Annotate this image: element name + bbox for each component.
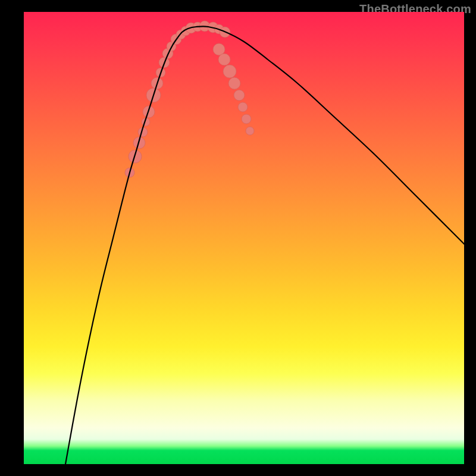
bead-dot — [246, 127, 254, 135]
bead-dot — [242, 114, 251, 124]
bead-dot — [234, 90, 245, 101]
bead-dot — [228, 77, 240, 89]
bottleneck-curve — [65, 26, 464, 464]
curve-svg — [24, 12, 464, 464]
bead-dot — [238, 102, 248, 112]
bead-cluster — [125, 21, 254, 177]
bead-dot — [223, 65, 236, 78]
chart-frame: TheBottleneck.com — [0, 0, 476, 476]
bead-dot — [218, 54, 230, 65]
plot-area — [24, 12, 464, 464]
